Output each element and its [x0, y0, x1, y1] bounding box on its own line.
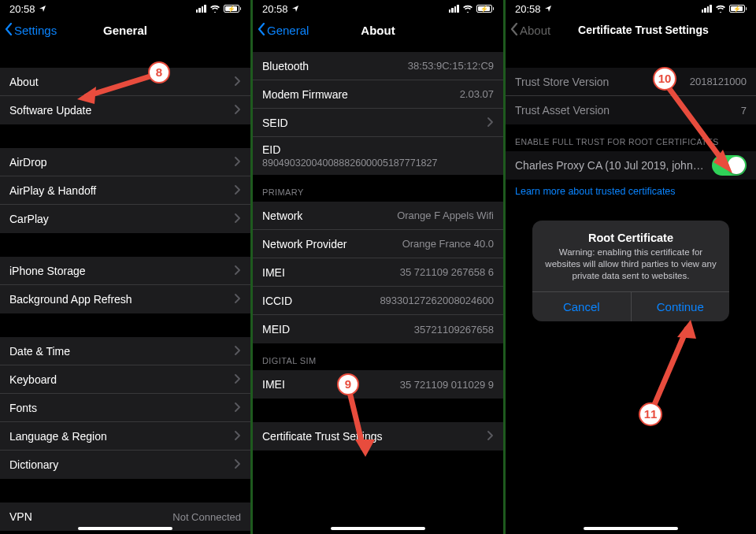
row-seid[interactable]: SEID	[253, 109, 503, 137]
row-modem-firmware[interactable]: Modem Firmware 2.03.07	[253, 80, 503, 109]
status-time: 20:58	[9, 3, 35, 15]
wifi-icon	[209, 3, 220, 15]
row-label: Modem Firmware	[262, 88, 348, 101]
row-network[interactable]: Network Orange F Appels Wifi	[253, 202, 503, 230]
row-label: Charles Proxy CA (10 Jul 2019, john…	[515, 159, 712, 172]
chevron-left-icon	[5, 23, 13, 38]
row-airdrop[interactable]: AirDrop	[0, 148, 250, 176]
row-keyboard[interactable]: Keyboard	[0, 365, 250, 394]
row-label: CarPlay	[9, 213, 49, 225]
row-label: AirDrop	[9, 156, 46, 169]
chevron-right-icon	[235, 213, 241, 225]
row-value: 38:53:9C:15:12:C9	[408, 60, 494, 72]
chevron-right-icon	[235, 76, 241, 88]
row-label: iPhone Storage	[9, 265, 86, 277]
row-label: Fonts	[9, 402, 37, 414]
learn-more-link[interactable]: Learn more about trusted certificates	[506, 180, 756, 197]
annotation-arrow-11: 11	[616, 306, 726, 432]
home-indicator[interactable]	[78, 527, 172, 530]
row-label: EID	[262, 143, 280, 156]
row-label: IMEI	[262, 266, 285, 279]
row-value: Orange France 40.0	[402, 238, 494, 250]
home-indicator[interactable]	[331, 527, 425, 530]
screen-certificate-trust: 20:58 ⚡ About Certificate Trust Settings…	[506, 0, 756, 534]
row-network-provider[interactable]: Network Provider Orange France 40.0	[253, 230, 503, 258]
cellular-icon	[196, 5, 206, 13]
row-label: Network Provider	[262, 238, 346, 250]
row-software-update[interactable]: Software Update	[0, 96, 250, 124]
row-value: 89049032004008882600005187771827	[262, 158, 437, 169]
row-bg-refresh[interactable]: Background App Refresh	[0, 285, 250, 313]
screen-general: 20:58 ⚡ Settings General About Software …	[0, 0, 250, 534]
nav-title: Certificate Trust Settings	[578, 24, 709, 36]
chevron-right-icon	[235, 293, 241, 306]
status-bar: 20:58 ⚡	[506, 0, 756, 16]
nav-title: General	[103, 24, 147, 37]
section-header-enable-trust: ENABLE FULL TRUST FOR ROOT CERTIFICATES	[506, 124, 756, 151]
chevron-right-icon	[235, 265, 241, 277]
status-time: 20:58	[515, 3, 541, 15]
cellular-icon	[702, 5, 712, 13]
row-meid[interactable]: MEID 35721109267658	[253, 315, 503, 343]
row-carplay[interactable]: CarPlay	[0, 205, 250, 233]
nav-back-button[interactable]: General	[258, 23, 309, 38]
continue-button[interactable]: Continue	[631, 292, 730, 321]
annotation-number: 11	[644, 407, 658, 421]
chevron-right-icon	[235, 345, 241, 358]
row-dictionary[interactable]: Dictionary	[0, 451, 250, 479]
row-about[interactable]: About	[0, 68, 250, 96]
row-label: Trust Store Version	[515, 76, 609, 88]
row-storage[interactable]: iPhone Storage	[0, 257, 250, 285]
row-value: 2018121000	[690, 76, 747, 87]
nav-title: About	[361, 24, 395, 37]
status-time: 20:58	[262, 3, 288, 15]
nav-bar: General About	[253, 16, 503, 44]
nav-back-label: General	[267, 24, 309, 37]
row-label: Dictionary	[9, 458, 58, 471]
row-label: Trust Asset Version	[515, 104, 610, 117]
row-trust-asset: Trust Asset Version 7	[506, 96, 756, 124]
row-value: Orange F Appels Wifi	[397, 210, 494, 221]
svg-marker-6	[677, 320, 696, 339]
row-bluetooth[interactable]: Bluetooth 38:53:9C:15:12:C9	[253, 52, 503, 80]
chevron-left-icon	[258, 23, 265, 38]
row-label: VPN	[9, 510, 32, 523]
svg-point-7	[639, 403, 662, 425]
row-language[interactable]: Language & Region	[0, 422, 250, 451]
row-date-time[interactable]: Date & Time	[0, 337, 250, 365]
nav-back-label: About	[520, 24, 550, 37]
row-certificate-trust[interactable]: Certificate Trust Settings	[253, 422, 503, 451]
location-icon	[39, 3, 46, 15]
row-label: About	[9, 76, 39, 88]
chevron-right-icon	[487, 117, 494, 129]
battery-icon: ⚡	[224, 5, 242, 13]
row-label: Language & Region	[9, 430, 107, 443]
row-fonts[interactable]: Fonts	[0, 394, 250, 422]
section-header-digital: DIGITAL SIM	[253, 343, 503, 370]
row-imei[interactable]: IMEI 35 721109 267658 6	[253, 258, 503, 287]
section-header-primary: PRIMARY	[253, 175, 503, 202]
nav-bar: About Certificate Trust Settings	[506, 16, 756, 44]
row-label: Certificate Trust Settings	[262, 430, 383, 443]
row-value: 35721109267658	[414, 324, 494, 336]
row-eid[interactable]: EID 89049032004008882600005187771827	[253, 137, 503, 175]
row-label: Software Update	[9, 104, 91, 117]
row-label: Bluetooth	[262, 60, 309, 72]
home-indicator[interactable]	[584, 527, 678, 530]
row-airplay[interactable]: AirPlay & Handoff	[0, 176, 250, 205]
row-value: Not Connected	[172, 511, 241, 523]
row-trust-store: Trust Store Version 2018121000	[506, 68, 756, 96]
nav-bar: Settings General	[0, 16, 250, 44]
row-label: ICCID	[262, 295, 292, 307]
row-charles-proxy-ca[interactable]: Charles Proxy CA (10 Jul 2019, john…	[506, 151, 756, 180]
row-iccid[interactable]: ICCID 89330127262008024600	[253, 287, 503, 315]
toggle-switch[interactable]	[712, 155, 747, 176]
row-value: 35 721109 267658 6	[400, 266, 494, 278]
status-bar: 20:58 ⚡	[0, 0, 250, 16]
chevron-left-icon	[510, 23, 518, 38]
row-imei-digital[interactable]: IMEI 35 721109 011029 9	[253, 370, 503, 399]
chevron-right-icon	[235, 373, 241, 386]
cancel-button[interactable]: Cancel	[532, 292, 631, 321]
nav-back-button[interactable]: About	[510, 23, 550, 38]
nav-back-button[interactable]: Settings	[5, 23, 57, 38]
